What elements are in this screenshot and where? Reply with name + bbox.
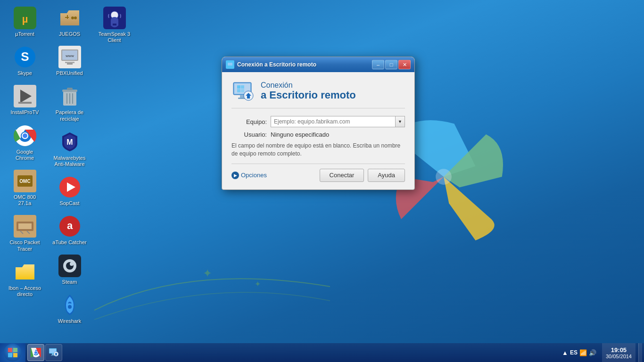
dialog-connection-line2: a Escritorio remoto bbox=[261, 90, 356, 101]
tray-area: ▲ ES 📶 🔊 bbox=[559, 343, 599, 362]
taskbar: ▲ ES 📶 🔊 19:05 30/05/2014 bbox=[0, 343, 644, 362]
usuario-value: Ninguno especificado bbox=[271, 131, 329, 138]
dialog-titlebar: Conexión a Escritorio remoto – □ ✕ bbox=[222, 57, 414, 72]
dialog-connection-line1: Conexión bbox=[261, 81, 356, 90]
clock-time: 19:05 bbox=[611, 346, 627, 354]
svg-rect-59 bbox=[237, 85, 240, 89]
dialog-action-buttons: Conectar Ayuda bbox=[320, 169, 405, 182]
svg-rect-67 bbox=[13, 348, 17, 352]
equipo-label: Equipo: bbox=[231, 118, 267, 125]
rdp-title-icon bbox=[226, 60, 234, 69]
svg-rect-76 bbox=[52, 354, 54, 355]
clock-area[interactable]: 19:05 30/05/2014 bbox=[602, 343, 636, 362]
taskbar-chrome[interactable] bbox=[27, 344, 44, 361]
taskbar-apps bbox=[25, 343, 64, 362]
dialog-form: Equipo: ▼ Usuario: Ninguno especificado bbox=[231, 116, 405, 138]
dialog-title-text: Conexión a Escritorio remoto bbox=[237, 61, 316, 68]
opciones-arrow-icon: ▶ bbox=[231, 172, 239, 179]
svg-rect-63 bbox=[240, 95, 244, 98]
rdp-monitor-icon bbox=[231, 80, 254, 102]
svg-rect-69 bbox=[13, 353, 17, 357]
svg-rect-56 bbox=[229, 66, 231, 67]
svg-rect-61 bbox=[237, 89, 240, 92]
equipo-input-wrap: ▼ bbox=[271, 116, 405, 127]
opciones-label: Opciones bbox=[241, 172, 267, 179]
svg-rect-55 bbox=[228, 63, 232, 66]
dialog-overlay: Conexión a Escritorio remoto – □ ✕ bbox=[0, 0, 644, 362]
clock-date: 30/05/2014 bbox=[606, 354, 632, 359]
dialog-body: Conexión a Escritorio remoto Equipo: ▼ U… bbox=[222, 72, 414, 189]
minimize-button[interactable]: – bbox=[372, 60, 384, 69]
language-indicator[interactable]: ES bbox=[570, 349, 578, 356]
desktop: ✦ ✦ ✦ ✦ µ µTorrent S Sk bbox=[0, 0, 644, 362]
equipo-dropdown-button[interactable]: ▼ bbox=[396, 116, 405, 127]
remote-desktop-dialog: Conexión a Escritorio remoto – □ ✕ bbox=[222, 57, 415, 190]
volume-icon[interactable]: 🔊 bbox=[589, 349, 596, 356]
equipo-input[interactable] bbox=[271, 116, 396, 127]
taskbar-rdp[interactable] bbox=[45, 344, 62, 361]
dialog-header: Conexión a Escritorio remoto bbox=[231, 80, 405, 108]
opciones-button[interactable]: ▶ Opciones bbox=[231, 172, 267, 179]
usuario-row: Usuario: Ninguno especificado bbox=[231, 131, 405, 138]
equipo-row: Equipo: ▼ bbox=[231, 116, 405, 127]
taskbar-right: ▲ ES 📶 🔊 19:05 30/05/2014 bbox=[559, 343, 644, 362]
ayuda-button[interactable]: Ayuda bbox=[368, 169, 405, 182]
dialog-title-left: Conexión a Escritorio remoto bbox=[226, 60, 316, 69]
svg-rect-68 bbox=[8, 353, 12, 357]
close-button[interactable]: ✕ bbox=[398, 60, 411, 69]
dialog-footer: ▶ Opciones Conectar Ayuda bbox=[231, 164, 405, 182]
dialog-header-title: Conexión a Escritorio remoto bbox=[261, 81, 356, 101]
conectar-button[interactable]: Conectar bbox=[320, 169, 364, 182]
svg-rect-60 bbox=[241, 85, 244, 89]
usuario-label: Usuario: bbox=[231, 131, 267, 138]
dialog-hint-text: El campo del nombre de equipo está en bl… bbox=[231, 142, 405, 158]
start-orb bbox=[4, 344, 22, 362]
start-button[interactable] bbox=[0, 343, 25, 362]
tray-expand-icon[interactable]: ▲ bbox=[562, 349, 568, 356]
svg-point-73 bbox=[34, 351, 37, 354]
show-desktop-button[interactable] bbox=[638, 343, 642, 362]
network-icon[interactable]: 📶 bbox=[579, 349, 587, 356]
svg-rect-66 bbox=[8, 348, 12, 352]
maximize-button[interactable]: □ bbox=[385, 60, 397, 69]
dialog-controls: – □ ✕ bbox=[372, 60, 411, 69]
svg-rect-62 bbox=[241, 89, 244, 92]
